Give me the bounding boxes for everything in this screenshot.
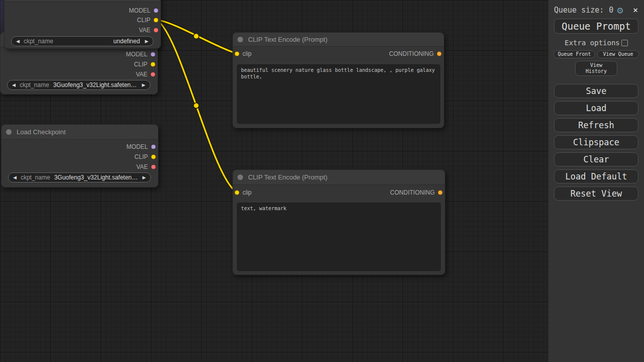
extra-options-row: Extra options xyxy=(548,39,644,47)
prev-arrow-icon[interactable]: ◀ xyxy=(13,175,17,180)
widget-label: ckpt_name xyxy=(24,38,53,45)
slot-label: MODEL xyxy=(129,7,150,14)
node-title: CLIP Text Encode (Prompt) xyxy=(248,36,328,43)
view-history-line: View xyxy=(590,62,602,69)
conditioning-output-label: CONDITIONING xyxy=(389,50,434,57)
node-clip-text-encode-negative[interactable]: CLIP Text Encode (Prompt) clip CONDITION… xyxy=(232,169,445,275)
ckpt-name-combo-widget[interactable]: ◀ ckpt_name undefined ▶ xyxy=(11,36,153,46)
model-output-dot[interactable] xyxy=(151,144,156,149)
node-title: Load Checkpoint xyxy=(17,128,66,136)
queue-prompt-button[interactable]: Queue Prompt xyxy=(554,19,638,34)
node-clip-text-encode-positive[interactable]: CLIP Text Encode (Prompt) clip CONDITION… xyxy=(232,32,444,128)
link-midpoint-dot[interactable] xyxy=(194,34,199,39)
slot-label: VAE xyxy=(136,71,147,78)
queue-status-row: Queue size: 0 ⚙ ✕ xyxy=(548,0,644,15)
clip-output-dot[interactable] xyxy=(153,18,158,23)
model-output-slot: MODEL xyxy=(1,51,157,58)
queue-size-label: Queue size: xyxy=(554,6,604,15)
node-graph-canvas[interactable]: MODEL CLIP VAE ◀ ckpt_name 3Guofeng3_v32… xyxy=(0,0,548,362)
ckpt-name-combo-widget[interactable]: ◀ ckpt_name 3Guofeng3_v32Light.safeten… … xyxy=(7,80,150,90)
conditioning-output-label: CONDITIONING xyxy=(390,189,435,196)
next-arrow-icon[interactable]: ▶ xyxy=(142,82,145,87)
widget-value: undefined xyxy=(113,38,140,45)
node-load-checkpoint[interactable]: Load Checkpoint MODEL CLIP VAE ◀ ckpt_na… xyxy=(1,124,158,188)
prev-arrow-icon[interactable]: ◀ xyxy=(12,82,16,87)
slot-label: VAE xyxy=(136,163,148,170)
clip-output-slot: CLIP xyxy=(1,61,157,68)
settings-gear-icon[interactable]: ⚙ xyxy=(617,5,623,15)
vae-output-dot[interactable] xyxy=(153,28,158,33)
view-queue-button[interactable]: View Queue xyxy=(597,50,639,58)
extra-options-label: Extra options xyxy=(565,39,620,47)
next-arrow-icon[interactable]: ▶ xyxy=(145,39,148,44)
node-title-bar[interactable]: Load Checkpoint xyxy=(2,125,158,140)
clip-conditioning-slot-row: clip CONDITIONING xyxy=(233,50,444,57)
queue-size-value: 0 xyxy=(609,6,613,15)
model-output-slot: MODEL xyxy=(5,7,160,14)
load-default-button[interactable]: Load Default xyxy=(554,169,638,184)
slot-label: MODEL xyxy=(126,51,147,58)
clip-input-label: clip xyxy=(243,189,252,196)
save-button[interactable]: Save xyxy=(554,84,638,98)
negative-prompt-textarea[interactable]: text, watermark xyxy=(237,203,441,271)
node-checkpoint-top[interactable]: MODEL CLIP VAE ◀ ckpt_name undefined ▶ xyxy=(4,0,161,49)
node-title-bar[interactable]: CLIP Text Encode (Prompt) xyxy=(233,170,445,185)
menu-panel: Queue size: 0 ⚙ ✕ Queue Prompt Extra opt… xyxy=(548,0,644,362)
widget-value: 3Guofeng3_v32Light.safeten… xyxy=(53,81,137,88)
slot-label: CLIP xyxy=(137,17,150,24)
next-arrow-icon[interactable]: ▶ xyxy=(142,175,146,180)
widget-label: ckpt_name xyxy=(20,81,49,88)
slot-label: VAE xyxy=(139,27,150,34)
conditioning-output-dot[interactable] xyxy=(437,51,442,56)
prev-arrow-icon[interactable]: ◀ xyxy=(16,39,20,44)
extra-options-checkbox[interactable] xyxy=(621,40,628,46)
vae-output-slot: VAE xyxy=(2,163,158,170)
clip-conditioning-slot-row: clip CONDITIONING xyxy=(233,189,445,196)
clip-input-dot[interactable] xyxy=(234,51,239,56)
vae-output-slot: VAE xyxy=(1,71,157,78)
positive-prompt-textarea[interactable]: beautiful scenery nature glass bottle la… xyxy=(237,64,440,124)
menu-button-group: Save Load Refresh Clipspace Clear Load D… xyxy=(548,84,644,201)
view-history-button[interactable]: View History xyxy=(575,61,617,76)
slot-label: MODEL xyxy=(126,143,148,150)
conditioning-output-dot[interactable] xyxy=(438,190,443,195)
model-output-slot: MODEL xyxy=(2,143,158,150)
collapse-dot-icon[interactable] xyxy=(6,129,12,135)
reset-view-button[interactable]: Reset View xyxy=(554,187,638,201)
ckpt-name-combo-widget[interactable]: ◀ ckpt_name 3Guofeng3_v32Light.safeten… … xyxy=(8,172,151,183)
view-history-line: History xyxy=(586,68,607,75)
load-button[interactable]: Load xyxy=(554,101,638,115)
slot-label: CLIP xyxy=(134,61,147,68)
clear-button[interactable]: Clear xyxy=(554,152,638,166)
clip-input-label: clip xyxy=(243,50,252,57)
widget-label: ckpt_name xyxy=(21,174,50,181)
collapse-dot-icon[interactable] xyxy=(237,37,243,42)
model-output-dot[interactable] xyxy=(153,8,158,13)
queue-front-button[interactable]: Queue Front xyxy=(553,50,595,58)
clip-output-dot[interactable] xyxy=(150,62,155,67)
clip-output-dot[interactable] xyxy=(151,154,156,159)
node-title: CLIP Text Encode (Prompt) xyxy=(248,173,328,181)
vae-output-dot[interactable] xyxy=(151,164,156,169)
clip-input-dot[interactable] xyxy=(234,190,239,195)
widget-value: 3Guofeng3_v32Light.safeten… xyxy=(54,174,138,181)
refresh-button[interactable]: Refresh xyxy=(554,118,638,132)
model-output-dot[interactable] xyxy=(150,52,155,57)
clip-output-slot: CLIP xyxy=(5,17,160,24)
slot-label: CLIP xyxy=(134,153,148,160)
node-title-bar[interactable]: CLIP Text Encode (Prompt) xyxy=(233,33,444,47)
close-icon[interactable]: ✕ xyxy=(633,6,638,14)
link-midpoint-dot[interactable] xyxy=(194,103,199,109)
clip-output-slot: CLIP xyxy=(2,153,158,160)
clipspace-button[interactable]: Clipspace xyxy=(554,135,638,149)
queue-actions-row: Queue Front View Queue xyxy=(548,50,644,58)
vae-output-dot[interactable] xyxy=(150,72,155,77)
vae-output-slot: VAE xyxy=(5,27,160,34)
collapse-dot-icon[interactable] xyxy=(237,174,243,180)
